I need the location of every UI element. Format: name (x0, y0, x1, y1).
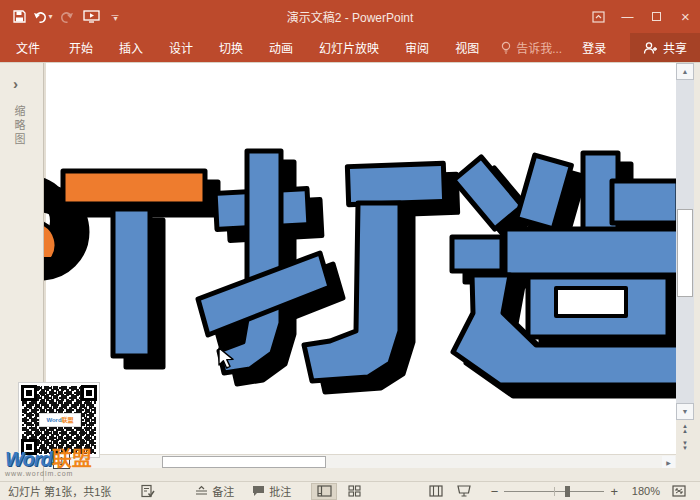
zoom-percentage[interactable]: 180% (626, 485, 660, 497)
undo-caret-icon[interactable]: ▾ (48, 12, 52, 21)
slide-art-zao-stroke[interactable] (452, 237, 502, 271)
zoom-out-button[interactable]: − (491, 484, 499, 499)
status-bar: 幻灯片 第1张，共1张 备注 批注 − + 180% (0, 481, 700, 500)
thumbnail-panel-label: 缩略图 (11, 105, 27, 147)
customize-quick-access-button[interactable]: —▾ (104, 5, 126, 29)
qr-center-label: Word联盟 (39, 413, 81, 427)
brand-lm: 联盟 (52, 448, 92, 470)
slide-art-zao-stroke[interactable] (505, 229, 676, 275)
zoom-slider-tick (554, 487, 555, 496)
slide-art-da-stroke[interactable] (347, 163, 444, 204)
slideshow-icon (83, 10, 100, 23)
slideshow-view-button[interactable] (451, 483, 477, 500)
share-person-icon (643, 41, 658, 55)
normal-view-icon (317, 485, 332, 497)
zoom-slider[interactable] (504, 483, 604, 500)
comments-button[interactable]: 批注 (252, 483, 291, 499)
share-label: 共享 (663, 39, 687, 56)
powerpoint-window: ▾ —▾ 演示文稿2 - PowerPoint — × 文件 开始 插入 设 (0, 0, 700, 500)
proofing-button[interactable] (141, 484, 155, 498)
scroll-right-button[interactable]: ▶ (662, 456, 675, 468)
tab-view[interactable]: 视图 (442, 33, 492, 62)
reading-view-icon (429, 485, 443, 497)
close-button[interactable]: × (671, 0, 700, 33)
ribbon-display-icon (592, 11, 605, 23)
maximize-icon (652, 12, 661, 21)
comments-label: 批注 (269, 483, 291, 499)
zoom-in-button[interactable]: + (610, 484, 618, 499)
tab-design[interactable]: 设计 (156, 33, 206, 62)
qr-finder-icon (81, 385, 97, 401)
quick-access-toolbar: ▾ —▾ (0, 5, 126, 29)
slide-counter: 幻灯片 第1张，共1张 (8, 483, 111, 499)
notes-icon (195, 485, 208, 497)
ribbon-tab-bar: 文件 开始 插入 设计 切换 动画 幻灯片放映 审阅 视图 告诉我... 登录 … (0, 33, 700, 62)
qr-finder-icon (21, 385, 37, 401)
horizontal-scrollbar[interactable]: ◀ ▶ (44, 454, 676, 468)
comments-icon (252, 485, 265, 497)
expand-panel-chevron-icon[interactable]: › (13, 75, 18, 92)
lightbulb-icon (500, 41, 512, 55)
fit-slide-to-window-button[interactable] (666, 483, 692, 500)
slide-sorter-view-button[interactable] (341, 483, 367, 500)
tab-insert[interactable]: 插入 (106, 33, 156, 62)
wordlm-logo: Word联盟 www.wordlm.com (5, 449, 92, 477)
minimize-button[interactable]: — (613, 0, 642, 33)
scroll-up-button[interactable]: ▲ (676, 63, 694, 80)
redo-button (56, 5, 78, 29)
scroll-down-button[interactable]: ▼ (676, 403, 694, 420)
vertical-scrollbar[interactable]: ▲ ▼ ▲▲ ▼▼ (676, 63, 694, 454)
reading-view-button[interactable] (423, 483, 449, 500)
tell-me-box[interactable]: 告诉我... (492, 33, 570, 62)
fit-to-window-icon (672, 485, 686, 497)
slide-art-zao-mouth-hole (556, 288, 626, 316)
spellcheck-icon (141, 484, 155, 498)
title-bar: ▾ —▾ 演示文稿2 - PowerPoint — × (0, 0, 700, 33)
qr-code: Word联盟 (18, 382, 100, 458)
start-slideshow-button[interactable] (80, 5, 102, 29)
customize-caret-icon: ▾ (113, 17, 117, 21)
tab-home[interactable]: 开始 (56, 33, 106, 62)
window-controls: — × (584, 0, 700, 33)
undo-icon (33, 10, 47, 24)
slide-canvas[interactable] (44, 63, 676, 454)
slide-art-zao-stroke[interactable] (612, 181, 676, 223)
share-button[interactable]: 共享 (630, 33, 700, 62)
tab-review[interactable]: 审阅 (392, 33, 442, 62)
undo-button[interactable]: ▾ (32, 5, 54, 29)
slide-art-t-bar[interactable] (63, 171, 205, 204)
save-icon (13, 10, 26, 23)
tab-transitions[interactable]: 切换 (206, 33, 256, 62)
ribbon-display-options-button[interactable] (584, 0, 613, 33)
brand-word: Word (5, 448, 52, 470)
zoom-slider-thumb[interactable] (565, 486, 570, 497)
brand-url: www.wordlm.com (5, 470, 92, 477)
slide-art-t-stem[interactable] (113, 209, 150, 356)
slide-sorter-icon (348, 485, 361, 497)
mouse-cursor-icon (218, 347, 235, 375)
notes-button[interactable]: 备注 (195, 483, 234, 499)
normal-view-button[interactable] (311, 483, 337, 500)
save-button[interactable] (8, 5, 30, 29)
redo-icon (60, 10, 74, 24)
sign-in-button[interactable]: 登录 (570, 33, 618, 62)
vertical-scrollbar-thumb[interactable] (677, 209, 693, 297)
tab-animations[interactable]: 动画 (256, 33, 306, 62)
tab-file[interactable]: 文件 (0, 33, 56, 62)
maximize-button[interactable] (642, 0, 671, 33)
next-slide-button[interactable]: ▼▼ (676, 437, 694, 454)
slideshow-view-icon (457, 485, 471, 497)
previous-slide-button[interactable]: ▲▲ (676, 420, 694, 437)
horizontal-scrollbar-thumb[interactable] (162, 456, 326, 468)
notes-label: 备注 (212, 483, 234, 499)
workspace: › 缩略图 (0, 62, 700, 481)
tab-slideshow[interactable]: 幻灯片放映 (306, 33, 392, 62)
slide-artwork[interactable] (44, 63, 676, 454)
tell-me-label: 告诉我... (516, 39, 562, 56)
